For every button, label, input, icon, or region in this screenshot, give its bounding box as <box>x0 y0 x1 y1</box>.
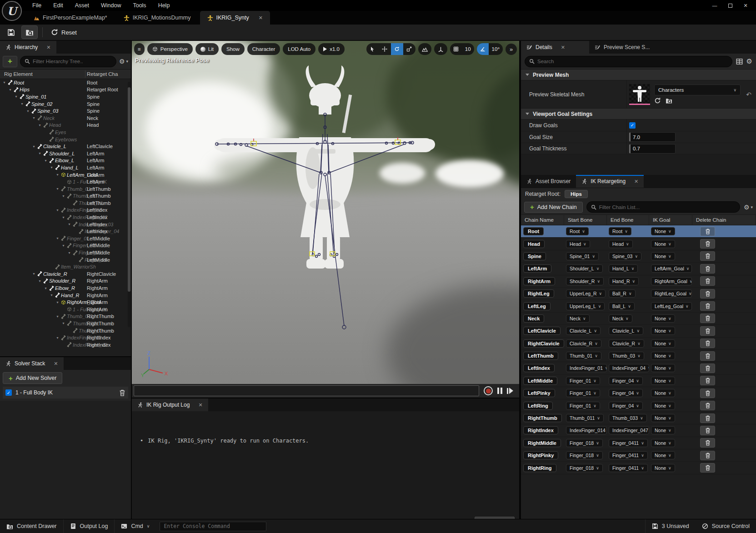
chain-settings-button[interactable]: ⚙ ▾ <box>744 204 753 211</box>
chain-row[interactable]: Neck Neck∨ Neck∨ None∨ <box>521 313 756 325</box>
expander-icon[interactable]: ▾ <box>55 300 60 304</box>
start-bone-dropdown[interactable]: Finger_01∨ <box>566 402 600 410</box>
tab-details[interactable]: Details ✕ <box>521 41 589 54</box>
lod-auto-button[interactable]: LOD Auto <box>283 43 315 55</box>
grid-snap-toggle[interactable] <box>450 43 462 55</box>
tab-ik-rig-output-log[interactable]: IK Rig Output Log ✕ <box>132 399 208 411</box>
world-space-button[interactable] <box>434 43 447 55</box>
hierarchy-tree-row[interactable]: ▾ Shoulder_R RightArm <box>0 278 131 285</box>
chain-row[interactable]: RightIndex IndexFinger_014∨ IndexFinger_… <box>521 424 756 437</box>
expander-icon[interactable]: ▾ <box>37 151 42 155</box>
start-bone-dropdown[interactable]: Neck∨ <box>566 314 590 323</box>
chain-row[interactable]: LeftThumb Thumb_01∨ Thumb_03∨ None∨ <box>521 350 756 362</box>
preview-character-mesh[interactable] <box>132 41 519 384</box>
chain-row[interactable]: RightThumb Thumb_011∨ Thumb_033∨ None∨ <box>521 412 756 424</box>
hierarchy-tree-row[interactable]: ▾ Spine_03 Spine <box>0 107 131 115</box>
start-bone-dropdown[interactable]: Spine_01∨ <box>566 252 599 260</box>
expander-icon[interactable]: ▾ <box>14 95 19 99</box>
hierarchy-tree-row[interactable]: ▾ Head Head <box>0 122 131 129</box>
ik-goal-dropdown[interactable]: None∨ <box>651 240 675 248</box>
menu-item[interactable]: Asset <box>69 0 95 11</box>
delete-chain-button[interactable] <box>700 301 715 311</box>
output-log-button[interactable]: Output Log <box>64 519 115 533</box>
hierarchy-tree-row[interactable]: 1 - Full Body IK RightArm <box>0 306 131 313</box>
viewport-options-button[interactable]: ≡ <box>134 43 145 55</box>
delete-chain-button[interactable] <box>700 239 715 249</box>
source-control-button[interactable]: Source Control <box>696 519 756 533</box>
hierarchy-tree-row[interactable]: ▾ RightArm_Goal RightArm <box>0 299 131 306</box>
display-filter-icon[interactable] <box>736 58 743 65</box>
pause-button[interactable] <box>497 388 502 394</box>
toolbar-overflow-button[interactable]: » <box>506 44 517 55</box>
end-bone-dropdown[interactable]: Hand_L∨ <box>609 264 638 273</box>
expander-icon[interactable]: ▾ <box>31 144 36 149</box>
ik-goal-dropdown[interactable]: None∨ <box>651 314 675 323</box>
expander-icon[interactable]: ▾ <box>67 222 72 226</box>
end-bone-dropdown[interactable]: IndexFinger_04∨ <box>609 364 649 372</box>
scale-tool[interactable] <box>403 43 416 55</box>
character-menu-button[interactable]: Character <box>247 43 280 55</box>
ik-goal-dropdown[interactable]: None∨ <box>651 364 675 372</box>
add-new-solver-button[interactable]: + Add New Solver <box>3 372 62 384</box>
end-bone-dropdown[interactable]: Ball_R∨ <box>609 289 636 298</box>
hierarchy-tree-row[interactable]: IndexFinger_04 LeftIndex <box>0 228 131 235</box>
record-button[interactable] <box>484 386 493 395</box>
details-search-input[interactable] <box>537 59 728 64</box>
end-bone-dropdown[interactable]: Ball_L∨ <box>609 302 635 310</box>
content-drawer-button[interactable]: Content Drawer <box>0 519 64 533</box>
hierarchy-tree-row[interactable]: ▾ Clavicle_R RightClavicle <box>0 270 131 278</box>
step-forward-button[interactable] <box>507 388 513 394</box>
chain-row[interactable]: RightClavicle Clavicle_R∨ Clavicle_R∨ No… <box>521 338 756 350</box>
chain-row[interactable]: RightLeg UpperLeg_R∨ Ball_R∨ RightLeg_Go… <box>521 288 756 300</box>
ik-goal-dropdown[interactable]: None∨ <box>651 439 675 447</box>
chain-name-chip[interactable]: Neck <box>523 314 544 323</box>
column-end-bone[interactable]: End Bone <box>607 215 649 225</box>
hierarchy-filter-input[interactable] <box>33 59 112 64</box>
add-rig-element-button[interactable]: + <box>3 56 17 67</box>
expander-icon[interactable]: ▾ <box>55 314 60 319</box>
expander-icon[interactable]: ▾ <box>55 187 60 191</box>
end-bone-dropdown[interactable]: Finger_04∨ <box>609 389 643 397</box>
chain-name-chip[interactable]: LeftThumb <box>523 352 558 360</box>
start-bone-dropdown[interactable]: Finger_018∨ <box>566 464 603 472</box>
start-bone-dropdown[interactable]: Finger_01∨ <box>566 389 600 397</box>
delete-chain-button[interactable] <box>700 326 715 336</box>
start-bone-dropdown[interactable]: UpperLeg_L∨ <box>566 302 605 310</box>
ik-goal-dropdown[interactable]: None∨ <box>651 402 675 410</box>
chain-row[interactable]: RightPinky Finger_018∨ Finger_0411∨ None… <box>521 449 756 462</box>
end-bone-dropdown[interactable]: Thumb_03∨ <box>609 352 644 360</box>
hierarchy-tree-row[interactable]: ▾ IndexFinger_01 LeftIndex <box>0 207 131 214</box>
hierarchy-tree-row[interactable]: ▾ IndexFinger_02 LeftIndex <box>0 214 131 221</box>
solver-enabled-checkbox[interactable]: ✓ <box>5 389 12 396</box>
delete-chain-button[interactable] <box>700 389 715 398</box>
hierarchy-tree-row[interactable]: Thumb_03 LeftThumb <box>0 199 131 207</box>
trash-icon[interactable] <box>119 389 125 396</box>
end-bone-dropdown[interactable]: Finger_0411∨ <box>609 439 648 447</box>
delete-chain-button[interactable] <box>700 276 715 286</box>
select-tool[interactable] <box>366 43 379 55</box>
chain-name-chip[interactable]: LeftIndex <box>523 364 555 372</box>
hierarchy-tree-row[interactable]: IndexFinger_02 RightIndex <box>0 341 131 349</box>
chain-row[interactable]: Root Root∨ Root∨ None∨ <box>521 225 756 238</box>
menu-item[interactable]: Window <box>95 0 127 11</box>
chain-name-chip[interactable]: RightPinky <box>523 451 558 459</box>
delete-chain-button[interactable] <box>700 451 715 460</box>
close-icon[interactable]: ✕ <box>54 361 58 367</box>
expander-icon[interactable]: ▾ <box>37 123 42 127</box>
unsaved-button[interactable]: 3 Unsaved <box>646 519 696 533</box>
ik-goal-dropdown[interactable]: None∨ <box>651 227 675 235</box>
ik-goal-dropdown[interactable]: None∨ <box>651 252 675 260</box>
hierarchy-tree-row[interactable]: ▾ Finger_03 LeftMiddle <box>0 249 131 256</box>
start-bone-dropdown[interactable]: Clavicle_L∨ <box>566 327 601 335</box>
start-bone-dropdown[interactable]: Finger_018∨ <box>566 439 603 447</box>
start-bone-dropdown[interactable]: IndexFinger_01∨ <box>566 364 607 372</box>
ik-goal-dropdown[interactable]: None∨ <box>651 426 675 434</box>
ik-goal-dropdown[interactable]: None∨ <box>651 352 675 360</box>
expander-icon[interactable]: ▾ <box>49 165 54 169</box>
browse-to-asset-button[interactable] <box>21 25 38 39</box>
start-bone-dropdown[interactable]: Thumb_01∨ <box>566 352 601 360</box>
playback-speed-button[interactable]: x1.0 <box>318 43 345 55</box>
delete-chain-button[interactable] <box>700 251 715 261</box>
end-bone-dropdown[interactable]: IndexFinger_047∨ <box>609 426 649 434</box>
close-icon[interactable]: ✕ <box>46 45 50 50</box>
